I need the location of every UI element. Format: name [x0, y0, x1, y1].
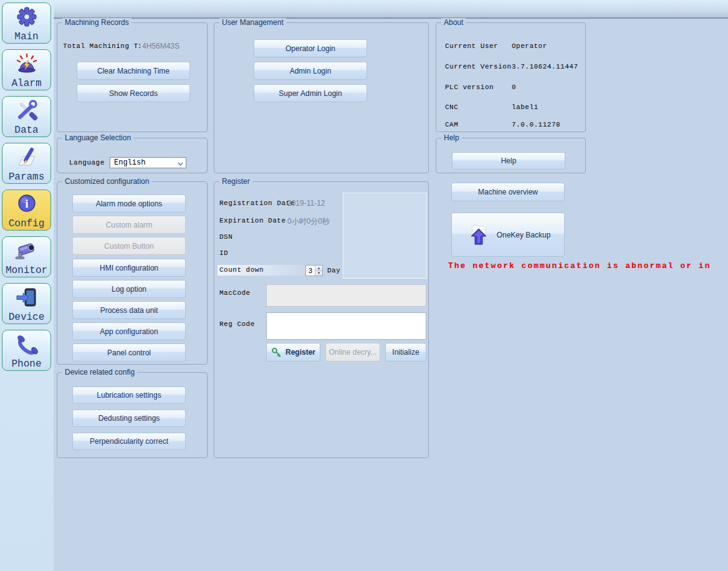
group-title: About: [441, 18, 466, 27]
panel-control-button[interactable]: Panel control: [72, 343, 186, 362]
spinner-up-icon[interactable]: ▲: [315, 266, 322, 271]
maccode-input[interactable]: [266, 284, 426, 307]
phone-icon: [14, 331, 39, 358]
help-group: Help Help: [436, 138, 586, 173]
initialize-button[interactable]: Initialize: [385, 343, 426, 362]
chevron-down-icon: [178, 160, 183, 169]
online-decrypt-button: Online decry...: [325, 343, 380, 362]
countdown-spinner[interactable]: 3 ▲ ▼: [305, 265, 323, 276]
register-info-listbox[interactable]: [343, 193, 427, 279]
log-option-button[interactable]: Log option: [72, 280, 186, 298]
info-icon: i: [14, 191, 39, 218]
language-selected-value: English: [114, 158, 145, 167]
process-data-unit-button[interactable]: Process data unit: [72, 301, 186, 319]
app-configuration-button[interactable]: App configuration: [72, 322, 186, 340]
alarm-mode-options-button[interactable]: Alarm mode options: [72, 194, 186, 213]
perpendicularity-correct-button[interactable]: Perpendicularity correct: [72, 433, 186, 450]
expiration-date-value: 0小时0分0秒: [287, 216, 330, 227]
tools-icon: [14, 97, 39, 125]
onekey-backup-label: OneKey Backup: [497, 231, 551, 239]
regcode-input[interactable]: [266, 312, 426, 340]
cnc-value: label1: [512, 103, 539, 111]
dedusting-settings-button[interactable]: Dedusting settings: [72, 410, 186, 427]
cnc-label: CNC: [445, 103, 458, 111]
pencil-icon: [14, 144, 39, 171]
admin-login-button[interactable]: Admin Login: [254, 62, 367, 80]
sidebar-item-main[interactable]: Main: [2, 2, 51, 44]
group-title: User Management: [219, 18, 286, 27]
lubrication-settings-button[interactable]: Lubrication settings: [72, 386, 186, 404]
dsn-label: DSN: [219, 233, 232, 241]
group-title: Machining Records: [62, 18, 132, 27]
expiration-date-label: Expiration Date: [219, 217, 286, 224]
sidebar-item-label: Device: [9, 312, 45, 323]
group-title: Device related config: [62, 368, 137, 377]
hmi-configuration-button[interactable]: HMI configuration: [72, 259, 186, 277]
device-related-config-group: Device related config Lubrication settin…: [57, 372, 208, 458]
group-title: Customized configuration: [62, 177, 151, 186]
current-user-label: Current User: [445, 42, 498, 50]
siren-icon: [14, 50, 39, 78]
register-button-label: Register: [285, 348, 315, 357]
super-admin-login-button[interactable]: Super Admin Login: [254, 84, 367, 102]
clear-machining-time-button[interactable]: Clear Machining Time: [77, 62, 190, 80]
backup-upload-icon: [466, 223, 492, 247]
regcode-label: Reg Code: [219, 320, 255, 328]
id-label: ID: [219, 249, 228, 257]
sidebar-item-device[interactable]: Device: [2, 283, 51, 324]
current-user-value: Operator: [512, 42, 547, 50]
cam-value: 7.0.0.11278: [512, 121, 560, 128]
maccode-label: MacCode: [219, 289, 251, 297]
spinner-down-icon[interactable]: ▼: [315, 271, 322, 276]
sidebar-item-label: Config: [9, 218, 45, 229]
window-top-band: [54, 0, 728, 19]
sidebar-item-config[interactable]: i Config: [2, 190, 51, 231]
camera-icon: [14, 238, 39, 265]
group-title: Help: [441, 133, 462, 142]
key-icon: [271, 348, 282, 357]
current-version-value: 3.7.10624.11447: [512, 63, 578, 70]
show-records-button[interactable]: Show Records: [77, 84, 190, 102]
about-group: About Current User Operator Current Vers…: [436, 22, 586, 132]
sidebar-item-label: Monitor: [6, 265, 47, 276]
sidebar-item-label: Alarm: [11, 78, 41, 89]
sidebar-item-phone[interactable]: Phone: [2, 330, 51, 371]
plc-version-value: 0: [512, 84, 516, 91]
current-version-label: Current Version: [445, 63, 512, 70]
user-management-group: User Management Operator Login Admin Log…: [214, 22, 429, 173]
svg-text:i: i: [25, 197, 28, 210]
custom-alarm-button: Custom alarm: [72, 216, 186, 234]
sidebar: Main Alarm: [0, 0, 54, 571]
cam-label: CAM: [445, 121, 458, 128]
language-select[interactable]: English: [110, 157, 186, 168]
total-machining-time-label: Total Machining Time: [63, 42, 140, 50]
onekey-backup-button[interactable]: OneKey Backup: [451, 213, 565, 257]
countdown-label: Count down: [219, 266, 264, 274]
language-label: Language: [69, 159, 105, 166]
operator-login-button[interactable]: Operator Login: [254, 39, 367, 57]
sidebar-item-data[interactable]: Data: [2, 96, 51, 137]
group-title: Language Selection: [62, 133, 133, 142]
sidebar-item-monitor[interactable]: Monitor: [2, 236, 51, 277]
sidebar-item-params[interactable]: Params: [2, 143, 51, 184]
language-selection-group: Language Selection Language English: [57, 138, 208, 173]
sidebar-item-label: Main: [14, 31, 38, 42]
register-button[interactable]: Register: [266, 343, 320, 362]
plc-version-label: PLC version: [445, 84, 494, 91]
machine-overview-button[interactable]: Machine overview: [451, 183, 565, 201]
registration-date-value: 2019-11-12: [287, 199, 325, 208]
help-button[interactable]: Help: [452, 152, 565, 170]
sidebar-item-label: Params: [9, 171, 45, 183]
countdown-unit-label: Day: [327, 267, 340, 274]
total-machining-time-value: 4H56M43S: [142, 42, 180, 50]
register-group: Register Registration Date 2019-11-12 Ex…: [214, 181, 429, 458]
sidebar-item-label: Phone: [11, 358, 41, 370]
gear-icon: [14, 4, 39, 31]
registration-date-label: Registration Date: [219, 199, 295, 207]
machining-records-group: Machining Records Total Machining Time 4…: [57, 22, 208, 132]
sidebar-item-alarm[interactable]: Alarm: [2, 49, 51, 90]
network-warning-text: The network communication is abnormal or…: [448, 261, 711, 271]
countdown-value: 3: [306, 266, 315, 276]
customized-configuration-group: Customized configuration Alarm mode opti…: [57, 181, 208, 365]
custom-button-button: Custom Button: [72, 237, 186, 255]
